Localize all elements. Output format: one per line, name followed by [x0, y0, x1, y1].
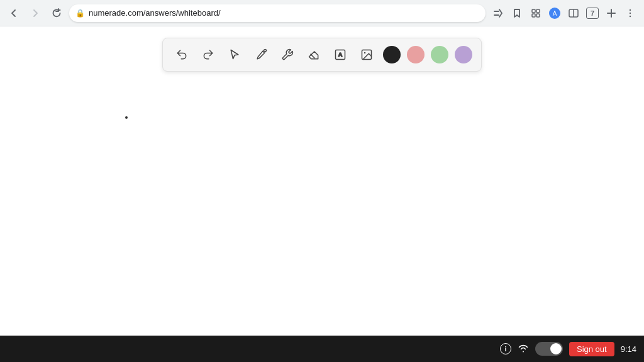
share-button[interactable]: [489, 4, 507, 22]
taskbar: i Sign out 9:14: [0, 336, 644, 362]
color-black[interactable]: [383, 46, 401, 63]
text-tool-button[interactable]: A: [329, 43, 352, 66]
svg-point-11: [630, 12, 631, 13]
new-tab-button[interactable]: [602, 4, 620, 22]
image-tool-button[interactable]: [355, 43, 378, 66]
menu-button[interactable]: [621, 4, 639, 22]
svg-rect-2: [532, 14, 535, 17]
svg-point-10: [630, 9, 631, 10]
info-icon[interactable]: i: [500, 343, 511, 354]
back-button[interactable]: [5, 4, 23, 22]
tab-count-badge: 7: [586, 8, 599, 19]
color-purple[interactable]: [455, 46, 472, 63]
undo-button[interactable]: [170, 43, 193, 66]
toggle-switch[interactable]: [535, 342, 563, 356]
taskbar-time: 9:14: [621, 344, 636, 354]
canvas-dot: [125, 116, 128, 119]
address-bar[interactable]: 🔒 numerade.com/answers/whiteboard/: [69, 4, 486, 22]
svg-rect-0: [532, 9, 535, 13]
svg-point-16: [364, 52, 366, 54]
whiteboard[interactable]: A: [0, 26, 644, 336]
sign-out-button[interactable]: Sign out: [569, 342, 614, 356]
color-pink[interactable]: [407, 46, 425, 63]
svg-text:A: A: [338, 52, 343, 58]
profile-button[interactable]: A: [546, 4, 564, 22]
bookmark-button[interactable]: [508, 4, 526, 22]
svg-text:A: A: [553, 10, 557, 17]
split-screen-button[interactable]: [565, 4, 582, 22]
reload-button[interactable]: [48, 4, 65, 22]
svg-point-12: [630, 15, 631, 16]
lock-icon: 🔒: [75, 9, 85, 18]
color-green[interactable]: [431, 46, 448, 63]
toolbar: A: [162, 38, 482, 72]
eraser-tool-button[interactable]: [303, 43, 325, 66]
redo-button[interactable]: [197, 43, 219, 66]
browser-chrome: 🔒 numerade.com/answers/whiteboard/: [0, 0, 644, 26]
tab-count-button[interactable]: 7: [584, 4, 601, 22]
svg-rect-1: [536, 9, 540, 13]
pencil-tool-button[interactable]: [250, 43, 272, 66]
select-tool-button[interactable]: [223, 43, 246, 66]
svg-rect-3: [536, 14, 540, 17]
url-text: numerade.com/answers/whiteboard/: [89, 8, 479, 18]
tools-button[interactable]: [276, 43, 299, 66]
wifi-icon: [518, 344, 529, 354]
extensions-button[interactable]: [527, 4, 545, 22]
browser-actions: A 7: [489, 4, 639, 22]
forward-button[interactable]: [26, 4, 44, 22]
